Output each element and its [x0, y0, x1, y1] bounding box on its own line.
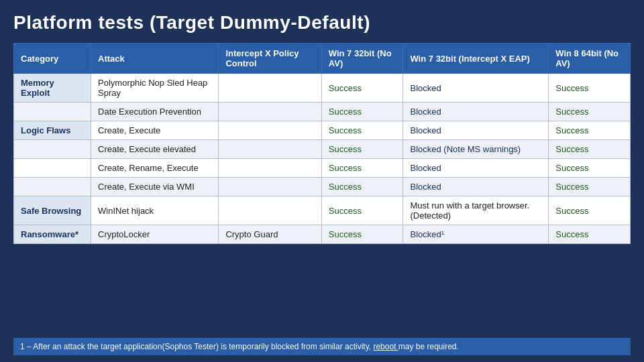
cell-attack: Create, Execute via WMI — [91, 178, 219, 196]
cell-attack: Create, Execute — [91, 121, 219, 140]
page-title: Platform tests (Target Dummy-Default) — [13, 12, 631, 34]
footer-reboot: reboot — [373, 342, 398, 351]
cell-attack: Create, Rename, Execute — [91, 159, 219, 178]
cell-win732: Success — [321, 178, 403, 196]
cell-category — [14, 159, 91, 178]
table-row: Create, Rename, ExecuteSuccessBlockedSuc… — [14, 159, 631, 178]
cell-intercept: Crypto Guard — [219, 225, 321, 244]
cell-win732: Success — [321, 140, 403, 159]
col-win732: Win 7 32bit (No AV) — [321, 44, 403, 74]
col-category: Category — [14, 44, 91, 74]
cell-attack: Polymorphic Nop Sled Heap Spray — [91, 74, 219, 103]
table-row: Ransomware*CryptoLockerCrypto GuardSucce… — [14, 225, 631, 244]
cell-win732eap: Blocked — [403, 178, 549, 196]
cell-win732eap: Blocked (Note MS warnings) — [403, 140, 549, 159]
table-row: Date Execution PreventionSuccessBlockedS… — [14, 103, 631, 121]
cell-win864: Success — [549, 225, 631, 244]
cell-intercept — [219, 103, 321, 121]
table-row: Create, Execute via WMISuccessBlockedSuc… — [14, 178, 631, 196]
footer-text-post: may be required. — [398, 342, 459, 351]
cell-intercept — [219, 74, 321, 103]
col-win732eap: Win 7 32bit (Intercept X EAP) — [403, 44, 549, 74]
table-row: Logic FlawsCreate, ExecuteSuccessBlocked… — [14, 121, 631, 140]
table-header-row: Category Attack Intercept X Policy Contr… — [14, 44, 631, 74]
footer-text-pre: 1 – After an attack the target applicati… — [20, 342, 373, 351]
cell-win864: Success — [549, 140, 631, 159]
cell-win732eap: Blocked¹ — [403, 225, 549, 244]
table-row: Safe BrowsingWinINet hijackSuccessMust r… — [14, 196, 631, 225]
cell-win732eap: Blocked — [403, 121, 549, 140]
cell-win732eap: Blocked — [403, 103, 549, 121]
page: Platform tests (Target Dummy-Default) Ca… — [0, 0, 644, 362]
cell-win732: Success — [321, 159, 403, 178]
cell-attack: Date Execution Prevention — [91, 103, 219, 121]
cell-win732: Success — [321, 196, 403, 225]
cell-category — [14, 103, 91, 121]
table-wrap: Category Attack Intercept X Policy Contr… — [13, 43, 631, 335]
cell-win864: Success — [549, 74, 631, 103]
cell-win732eap: Must run with a target browser. (Detecte… — [403, 196, 549, 225]
cell-win732: Success — [321, 121, 403, 140]
cell-win864: Success — [549, 178, 631, 196]
cell-win864: Success — [549, 196, 631, 225]
cell-win864: Success — [549, 159, 631, 178]
cell-intercept — [219, 159, 321, 178]
cell-attack: CryptoLocker — [91, 225, 219, 244]
cell-win864: Success — [549, 103, 631, 121]
cell-win864: Success — [549, 121, 631, 140]
cell-intercept — [219, 121, 321, 140]
cell-category: Safe Browsing — [14, 196, 91, 225]
col-attack: Attack — [91, 44, 219, 74]
cell-win732eap: Blocked — [403, 74, 549, 103]
cell-category: Logic Flaws — [14, 121, 91, 140]
cell-intercept — [219, 178, 321, 196]
table-row: Create, Execute elevatedSuccessBlocked (… — [14, 140, 631, 159]
main-table: Category Attack Intercept X Policy Contr… — [13, 43, 631, 244]
footer-note: 1 – After an attack the target applicati… — [13, 338, 631, 355]
cell-attack: WinINet hijack — [91, 196, 219, 225]
cell-category — [14, 178, 91, 196]
cell-category: Memory Exploit — [14, 74, 91, 103]
cell-intercept — [219, 196, 321, 225]
cell-intercept — [219, 140, 321, 159]
cell-category — [14, 140, 91, 159]
col-win864: Win 8 64bit (No AV) — [549, 44, 631, 74]
table-row: Memory ExploitPolymorphic Nop Sled Heap … — [14, 74, 631, 103]
cell-category: Ransomware* — [14, 225, 91, 244]
cell-win732: Success — [321, 225, 403, 244]
cell-attack: Create, Execute elevated — [91, 140, 219, 159]
cell-win732: Success — [321, 74, 403, 103]
col-intercept: Intercept X Policy Control — [219, 44, 321, 74]
cell-win732eap: Blocked — [403, 159, 549, 178]
cell-win732: Success — [321, 103, 403, 121]
